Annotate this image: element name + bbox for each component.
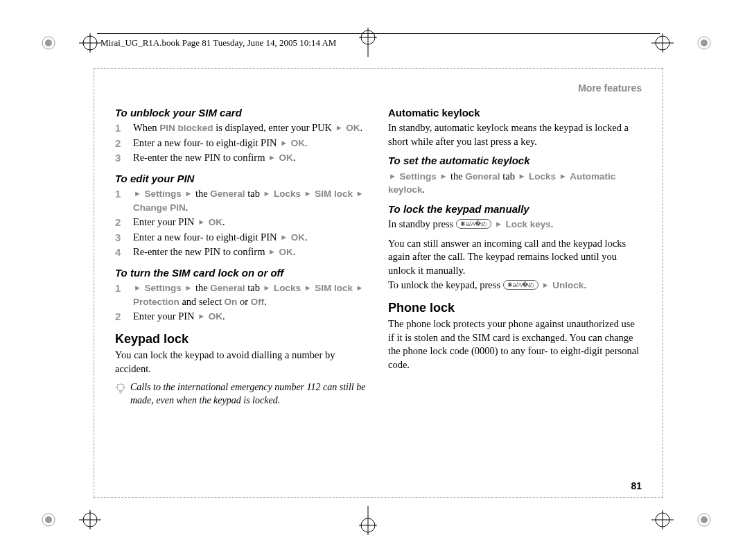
heading-edit-pin: To edit your PIN (115, 172, 369, 186)
arrow-icon: ► (263, 189, 272, 198)
header-rule (97, 33, 660, 34)
crop-mark-bottom-left (40, 506, 103, 536)
step: Re-enter the new PIN to confirm ► OK. (115, 245, 369, 259)
arrow-icon: ► (197, 312, 206, 320)
left-column: To unblock your SIM card When PIN blocke… (115, 103, 369, 407)
svg-point-19 (701, 516, 708, 523)
arrow-icon: ► (197, 218, 206, 226)
heading-sim-lock-onoff: To turn the SIM card lock on or off (115, 266, 369, 280)
tip-block: Calls to the international emergency num… (115, 381, 369, 406)
step: ► Settings ► the General tab ► Locks ► S… (115, 187, 369, 214)
arrow-icon: ► (279, 139, 288, 147)
svg-line-32 (123, 384, 125, 385)
steps-sim-onoff: ► Settings ► the General tab ► Locks ► S… (115, 281, 369, 324)
steps-edit-pin: ► Settings ► the General tab ► Locks ► S… (115, 187, 369, 259)
arrow-icon: ► (356, 189, 365, 198)
arrow-icon: ► (184, 283, 193, 292)
paragraph: You can still answer an incoming call an… (388, 237, 642, 278)
paragraph: In standby, automatic keylock means the … (388, 121, 642, 148)
arrow-icon: ► (304, 283, 313, 292)
arrow-icon: ► (263, 283, 272, 292)
running-header: Mirai_UG_R1A.book Page 81 Tuesday, June … (100, 37, 336, 49)
step: Enter a new four- to eight-digit PIN ► O… (115, 137, 369, 150)
arrow-icon: ► (356, 283, 365, 292)
arrow-icon: ► (268, 153, 277, 161)
heading-phone-lock: Phone lock (388, 299, 642, 316)
arrow-icon: ► (133, 189, 142, 198)
star-key-icon: ✱a/A�め (456, 219, 492, 229)
arrow-icon: ► (559, 172, 568, 180)
step: Enter your PIN ► OK. (115, 310, 369, 324)
heading-unblock-sim: To unblock your SIM card (115, 106, 369, 120)
crop-mark-bottom-center (359, 505, 377, 541)
paragraph: In standby press ✱a/A�め ► Lock keys. (388, 218, 642, 231)
paragraph: You can lock the keypad to avoid diallin… (115, 349, 369, 376)
step: Re-enter the new PIN to confirm ► OK. (115, 151, 369, 165)
heading-lock-keypad-manual: To lock the keypad manually (388, 202, 642, 216)
tip-text: Calls to the international emergency num… (130, 381, 369, 406)
right-column: Automatic keylock In standby, automatic … (388, 103, 642, 407)
crop-mark-bottom-right (650, 506, 712, 536)
arrow-icon: ► (439, 172, 448, 180)
svg-point-9 (701, 40, 708, 46)
step: Enter your PIN ► OK. (115, 216, 369, 229)
arrow-icon: ► (518, 172, 527, 180)
star-key-icon: ✱a/A�め (503, 280, 539, 290)
arrow-icon: ► (184, 189, 193, 198)
page-frame: More features To unblock your SIM card W… (94, 68, 663, 498)
arrow-icon: ► (268, 247, 277, 256)
arrow-icon: ► (133, 283, 142, 292)
heading-set-auto-keylock: To set the automatic keylock (388, 154, 642, 168)
svg-line-31 (117, 384, 119, 385)
heading-keypad-lock: Keypad lock (115, 331, 369, 347)
arrow-icon: ► (335, 123, 344, 132)
crop-mark-top-center (359, 25, 377, 61)
arrow-icon: ► (279, 233, 288, 241)
arrow-icon: ► (304, 189, 313, 198)
arrow-icon: ► (541, 281, 550, 289)
arrow-icon: ► (388, 172, 397, 180)
steps-unblock-sim: When PIN blocked is displayed, enter you… (115, 121, 369, 165)
paragraph: To unlock the keypad, press ✱a/A�め ► Unl… (388, 279, 642, 292)
crop-mark-top-left (40, 29, 103, 60)
section-title: More features (115, 82, 642, 94)
svg-point-1 (45, 40, 52, 46)
step: When PIN blocked is displayed, enter you… (115, 121, 369, 135)
page-number: 81 (631, 480, 642, 491)
step: Enter a new four- to eight-digit PIN ► O… (115, 231, 369, 245)
lightbulb-icon (115, 381, 126, 406)
svg-point-11 (45, 516, 52, 523)
paragraph: The phone lock protects your phone again… (388, 317, 642, 371)
arrow-icon: ► (494, 220, 503, 228)
step: ► Settings ► the General tab ► Locks ► S… (115, 281, 369, 308)
menu-path: ► Settings ► the General tab ► Locks ► A… (388, 170, 642, 197)
heading-auto-keylock: Automatic keylock (388, 106, 642, 120)
